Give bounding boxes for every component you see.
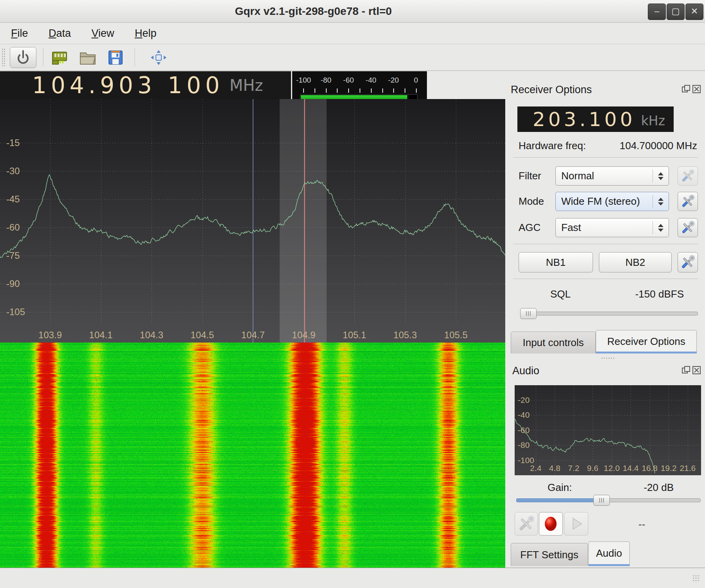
meter-tick [416, 88, 417, 93]
io-devices-button[interactable] [50, 49, 69, 66]
fullscreen-button[interactable] [150, 49, 168, 66]
meter-tick [337, 88, 338, 93]
dock-drag-handle[interactable] [601, 357, 615, 360]
filter-value: Normal [556, 170, 653, 182]
start-dsp-button[interactable] [10, 47, 36, 68]
frequency-unit: MHz [230, 76, 263, 94]
meter-scale-label: -40 [361, 76, 381, 85]
resize-grip[interactable] [692, 575, 700, 583]
filter-label: Filter [519, 170, 541, 182]
meter-scale-label: -20 [384, 76, 403, 85]
separator [513, 279, 698, 280]
tab-input-controls[interactable]: Input controls [511, 332, 596, 354]
offset-value[interactable]: 203.100 [533, 108, 636, 131]
rf-spectrum-plot[interactable] [0, 99, 505, 343]
gain-slider-handle[interactable] [593, 495, 610, 506]
title-bar[interactable]: Gqrx v2.1-git-298-g0e78 - rtl=0 – ▢ ✕ [0, 0, 705, 23]
nb1-button[interactable]: NB1 [519, 252, 593, 272]
status-strip [0, 568, 705, 588]
audio-play-button [564, 512, 588, 536]
menu-help[interactable]: Help [125, 23, 166, 44]
combo-arrows-icon [653, 198, 669, 206]
combo-arrows-icon [653, 172, 669, 180]
active-tab-indicator [596, 352, 697, 354]
tools-icon [678, 192, 698, 211]
gqrx-window: Gqrx v2.1-git-298-g0e78 - rtl=0 – ▢ ✕ Fi… [0, 0, 705, 588]
meter-tick [303, 88, 304, 93]
tools-icon [678, 218, 698, 237]
squelch-slider-track[interactable] [520, 312, 698, 316]
filter-combobox[interactable]: Normal [555, 166, 669, 186]
open-file-button[interactable] [78, 49, 97, 66]
fullscreen-move-icon [150, 49, 168, 66]
mode-value: Wide FM (stereo) [556, 195, 653, 207]
receiver-options-dock-title: Receiver Options [511, 84, 592, 96]
waterfall-display[interactable] [0, 343, 505, 568]
squelch-slider-handle[interactable] [520, 308, 537, 319]
gain-value: -20 dB [603, 482, 674, 494]
squelch-label: SQL [550, 288, 571, 300]
mode-settings-button[interactable] [678, 192, 698, 211]
tab-audio[interactable]: Audio [588, 541, 630, 566]
toolbar-separator [135, 48, 136, 66]
tab-fft-settings[interactable]: FFT Settings [511, 543, 588, 566]
tools-icon [515, 512, 537, 535]
menu-bar: File Data View Help [0, 23, 705, 44]
power-icon [10, 47, 36, 68]
tab-receiver-options[interactable]: Receiver Options [596, 330, 697, 354]
agc-settings-button[interactable] [678, 218, 698, 237]
agc-label: AGC [519, 222, 540, 234]
nb-settings-button[interactable] [678, 252, 698, 272]
meter-tick [382, 88, 383, 93]
recorder-status: -- [638, 518, 645, 530]
maximize-icon: ▢ [672, 6, 680, 16]
toolbar [0, 44, 705, 71]
offset-unit: kHz [641, 113, 665, 128]
agc-combobox[interactable]: Fast [555, 218, 669, 237]
maximize-button[interactable]: ▢ [667, 4, 685, 20]
mode-combobox[interactable]: Wide FM (stereo) [555, 192, 669, 211]
meter-tick [348, 88, 349, 93]
tools-icon [678, 253, 698, 272]
open-folder-icon [78, 49, 98, 66]
minimize-icon: – [654, 6, 659, 16]
audio-options-button [515, 512, 538, 536]
gain-slider-fill [516, 498, 596, 502]
toolbar-separator [43, 48, 44, 66]
window-title: Gqrx v2.1-git-298-g0e78 - rtl=0 [0, 0, 627, 22]
frequency-value[interactable]: 104.903 100 [32, 72, 224, 99]
frequency-display[interactable]: 104.903 100 MHz [0, 71, 291, 99]
minimize-button[interactable]: – [648, 4, 666, 20]
meter-scale-label: -100 [294, 76, 313, 85]
float-dock-icon[interactable] [682, 366, 691, 375]
close-button[interactable]: ✕ [685, 4, 703, 20]
meter-tick [326, 88, 327, 93]
float-dock-icon[interactable] [682, 85, 691, 94]
close-dock-icon[interactable] [692, 85, 701, 94]
close-dock-icon[interactable] [692, 366, 701, 375]
audio-record-button[interactable] [539, 512, 563, 536]
audio-spectrum-plot [515, 385, 701, 475]
meter-tick [360, 88, 360, 93]
tools-icon [678, 167, 698, 185]
menu-file[interactable]: File [2, 23, 38, 44]
meter-tick [405, 88, 405, 93]
hardware-freq-value: 104.700000 MHz [572, 140, 697, 152]
toolbar-grip[interactable] [2, 48, 5, 66]
squelch-value: -150 dBFS [603, 288, 684, 300]
channel-offset-display[interactable]: 203.100 kHz [517, 106, 674, 132]
mode-label: Mode [519, 195, 544, 207]
save-floppy-icon [107, 49, 125, 66]
filter-settings-button [678, 166, 698, 186]
separator [513, 244, 698, 245]
audio-dock-title: Audio [512, 365, 539, 377]
nb2-button[interactable]: NB2 [599, 252, 672, 272]
close-icon: ✕ [691, 6, 698, 16]
save-file-button[interactable] [107, 49, 125, 66]
menu-data[interactable]: Data [39, 23, 80, 44]
meter-scale-label: -60 [339, 76, 358, 85]
menu-view[interactable]: View [82, 23, 123, 44]
meter-scale-label: 0 [406, 76, 426, 85]
meter-tick [393, 88, 394, 93]
separator [513, 157, 698, 158]
